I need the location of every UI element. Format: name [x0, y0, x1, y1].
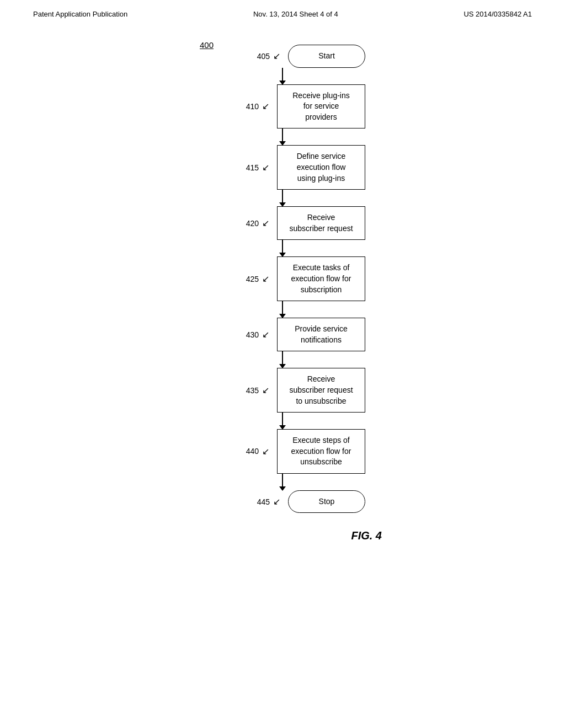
node-start: 405 ↙ Start — [200, 45, 365, 84]
arrow-down-4 — [282, 301, 283, 318]
step-label-435: 435 — [246, 386, 259, 395]
arrow-415: ↙ — [262, 162, 269, 173]
arrow-down-1 — [282, 129, 283, 145]
box-415: Define service execution flow using plug… — [277, 145, 365, 190]
header-center: Nov. 13, 2014 Sheet 4 of 4 — [253, 10, 338, 18]
node-420: 420 ↙ Receive subscriber request — [200, 206, 365, 256]
arrow-down-6 — [282, 413, 283, 429]
arrow-425: ↙ — [262, 274, 269, 284]
diagram-area: 400 405 ↙ Start 410 ↙ — [0, 35, 565, 542]
arrow-440: ↙ — [262, 446, 269, 457]
step-label-445: 445 — [257, 497, 270, 506]
box-425: Execute tasks of execution flow for subs… — [277, 256, 365, 301]
step-label-425: 425 — [246, 275, 259, 283]
box-435: Receive subscriber request to unsubscrib… — [277, 368, 365, 413]
arrow-420: ↙ — [262, 218, 269, 228]
step-label-405: 405 — [257, 52, 270, 61]
arrow-430: ↙ — [262, 329, 269, 340]
node-435: 435 ↙ Receive subscriber request to unsu… — [200, 368, 365, 429]
page-header: Patent Application Publication Nov. 13, … — [0, 0, 565, 18]
arrow-445: ↙ — [273, 496, 280, 507]
node-410: 410 ↙ Receive plug-ins for service provi… — [200, 84, 365, 146]
box-420: Receive subscriber request — [277, 206, 365, 240]
header-left: Patent Application Publication — [33, 10, 127, 18]
arrow-down-5 — [282, 351, 283, 368]
figure-label: FIG. 4 — [351, 529, 382, 542]
step-label-410: 410 — [246, 102, 259, 111]
node-440: 440 ↙ Execute steps of execution flow fo… — [200, 429, 365, 490]
node-425: 425 ↙ Execute tasks of execution flow fo… — [200, 256, 365, 318]
box-410: Receive plug-ins for service providers — [277, 84, 365, 129]
arrow-down-3 — [282, 240, 283, 256]
arrow-down-0 — [282, 68, 283, 84]
arrow-435: ↙ — [262, 385, 269, 395]
arrow-405: ↙ — [273, 51, 280, 61]
node-430: 430 ↙ Provide service notifications — [200, 318, 365, 368]
diagram-label-400: 400 — [200, 40, 214, 50]
box-430: Provide service notifications — [277, 318, 365, 351]
step-label-430: 430 — [246, 330, 259, 339]
step-label-420: 420 — [246, 219, 259, 228]
arrow-410: ↙ — [262, 101, 269, 111]
stop-oval: Stop — [288, 490, 365, 513]
step-label-415: 415 — [246, 163, 259, 172]
flowchart: 400 405 ↙ Start 410 ↙ — [200, 35, 365, 513]
header-right: US 2014/0335842 A1 — [463, 10, 532, 18]
node-stop: 445 ↙ Stop — [200, 490, 365, 513]
arrow-down-7 — [282, 474, 283, 490]
box-440: Execute steps of execution flow for unsu… — [277, 429, 365, 474]
arrow-down-2 — [282, 190, 283, 206]
node-415: 415 ↙ Define service execution flow usin… — [200, 145, 365, 206]
start-oval: Start — [288, 45, 365, 68]
step-label-440: 440 — [246, 447, 259, 456]
